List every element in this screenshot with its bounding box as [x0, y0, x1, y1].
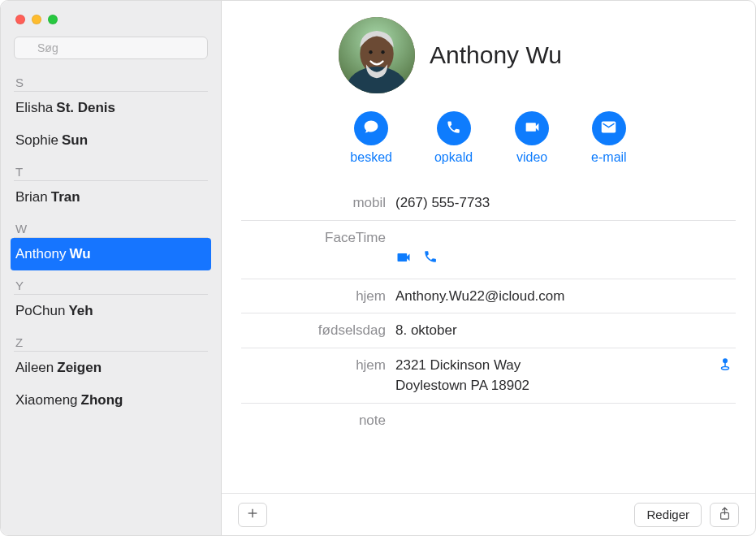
svg-point-9 [722, 366, 729, 370]
add-button[interactable] [238, 503, 267, 527]
avatar[interactable] [339, 17, 415, 93]
close-window-button[interactable] [15, 15, 25, 24]
facetime-label: FaceTime [241, 227, 395, 249]
contact-fields: mobil (267) 555-7733 FaceTime [241, 186, 736, 437]
contact-last-name: Zeigen [57, 360, 102, 376]
call-label: opkald [434, 150, 473, 165]
sidebar: SElishaSt. DenisSophieSunTBrianTranWAnth… [1, 1, 222, 535]
section-header: W [14, 217, 208, 238]
contact-detail-panel: Anthony Wu besked opkald [222, 1, 755, 535]
contact-row[interactable]: ElishaSt. Denis [14, 92, 208, 124]
video-label: video [516, 150, 547, 165]
edit-button[interactable]: Rediger [634, 503, 702, 527]
contact-row[interactable]: XiaomengZhong [14, 384, 208, 417]
contact-first-name: PoChun [15, 303, 65, 319]
message-button[interactable]: besked [350, 111, 392, 165]
mobile-field[interactable]: mobil (267) 555-7733 [241, 186, 736, 220]
mobile-value: (267) 555-7733 [395, 192, 736, 214]
contact-row[interactable]: BrianTran [14, 181, 208, 214]
home-email-label: hjem [241, 286, 395, 307]
facetime-audio-icon[interactable] [423, 229, 438, 272]
message-label: besked [350, 150, 392, 165]
contact-last-name: St. Denis [56, 100, 115, 116]
contact-first-name: Xiaomeng [15, 392, 78, 408]
contact-first-name: Elisha [15, 100, 53, 116]
video-icon [524, 119, 541, 139]
home-address-field[interactable]: hjem 2321 Dickinson Way Doylestown PA 18… [241, 348, 736, 403]
home-email-value: Anthony.Wu22@icloud.com [395, 286, 736, 307]
edit-label: Rediger [646, 508, 689, 521]
birthday-label: fødselsdag [241, 320, 395, 341]
share-button[interactable] [710, 503, 739, 527]
home-email-field[interactable]: hjem Anthony.Wu22@icloud.com [241, 279, 736, 313]
section-header: Z [14, 331, 208, 352]
email-label: e-mail [591, 150, 627, 165]
contact-first-name: Brian [15, 189, 48, 205]
contact-name: Anthony Wu [430, 41, 562, 69]
svg-point-5 [369, 50, 372, 54]
contact-last-name: Zhong [81, 392, 123, 408]
svg-point-6 [381, 50, 384, 54]
contact-row[interactable]: AnthonyWu [11, 238, 211, 270]
birthday-value: 8. oktober [395, 320, 736, 341]
phone-icon [446, 119, 461, 138]
contact-first-name: Aileen [15, 360, 54, 376]
detail-footer: Rediger [222, 493, 755, 535]
fullscreen-window-button[interactable] [48, 15, 58, 24]
contact-row[interactable]: AileenZeigen [14, 352, 208, 384]
section-header: T [14, 160, 208, 181]
mobile-label: mobil [241, 192, 395, 214]
note-field[interactable]: note [241, 403, 736, 438]
mail-icon [600, 119, 617, 139]
section-header: Y [14, 274, 208, 295]
email-button[interactable]: e-mail [591, 111, 627, 165]
message-icon [363, 119, 379, 138]
contact-last-name: Sun [62, 132, 88, 149]
contact-row[interactable]: PoChunYeh [14, 295, 208, 327]
contact-last-name: Yeh [68, 303, 93, 319]
quick-actions: besked opkald video [241, 111, 736, 165]
video-button[interactable]: video [515, 111, 549, 165]
contacts-window: SElishaSt. DenisSophieSunTBrianTranWAnth… [0, 0, 756, 536]
plus-icon [246, 507, 259, 522]
note-label: note [241, 410, 395, 431]
svg-point-7 [724, 359, 728, 363]
share-icon [719, 507, 731, 523]
contact-first-name: Anthony [15, 246, 66, 262]
call-button[interactable]: opkald [434, 111, 473, 165]
facetime-video-icon[interactable] [395, 229, 412, 272]
contact-last-name: Wu [69, 246, 90, 262]
contact-list[interactable]: SElishaSt. DenisSophieSunTBrianTranWAnth… [1, 67, 221, 535]
map-pin-icon[interactable] [718, 357, 732, 374]
contact-row[interactable]: SophieSun [14, 124, 208, 157]
home-address-value: 2321 Dickinson Way Doylestown PA 18902 [395, 355, 736, 396]
contact-last-name: Tran [51, 189, 80, 205]
contact-first-name: Sophie [15, 132, 58, 149]
minimize-window-button[interactable] [32, 15, 41, 24]
search-input[interactable] [14, 37, 208, 59]
facetime-field[interactable]: FaceTime [241, 220, 736, 279]
birthday-field[interactable]: fødselsdag 8. oktober [241, 313, 736, 348]
window-controls [1, 1, 221, 33]
home-address-label: hjem [241, 355, 395, 376]
section-header: S [14, 71, 208, 92]
